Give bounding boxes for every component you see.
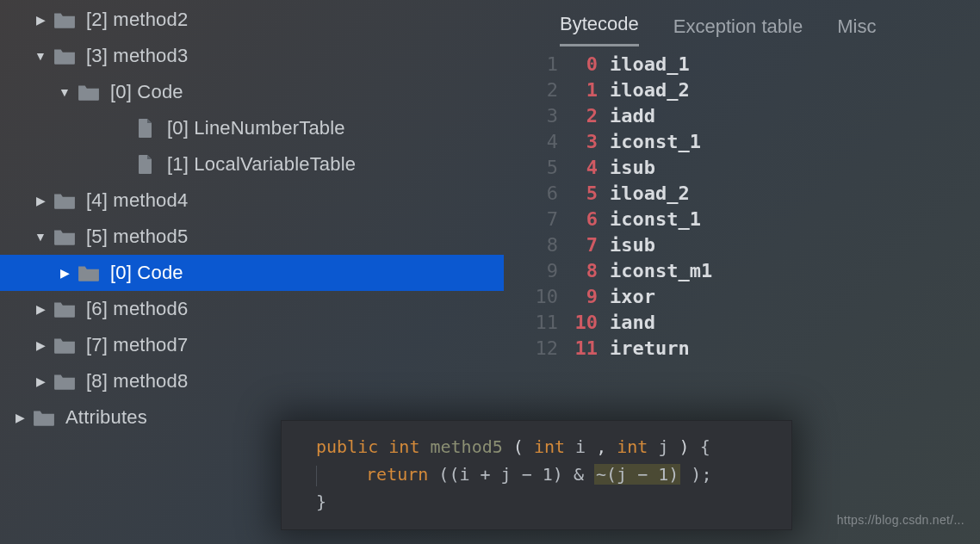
line-number: 11 xyxy=(524,310,558,336)
folder-icon xyxy=(76,79,102,105)
line-number: 9 xyxy=(524,258,558,284)
bytecode-row: 21iload_2 xyxy=(524,77,971,103)
right-panel: BytecodeException tableMisc 10iload_121i… xyxy=(524,7,971,362)
bytecode-offset: 10 xyxy=(558,310,598,336)
line-number: 5 xyxy=(524,155,558,181)
snippet-line-1: public int method5 ( int i , int j ) { xyxy=(316,433,767,461)
comma: , xyxy=(596,436,606,457)
bytecode-row: 65iload_2 xyxy=(524,181,971,207)
bytecode-offset: 6 xyxy=(558,207,598,232)
file-icon xyxy=(133,151,158,177)
chevron-down-icon[interactable]: ▼ xyxy=(53,85,76,99)
line-number: 12 xyxy=(524,336,558,362)
tree-row[interactable]: ▶[0] Code xyxy=(0,255,504,291)
folder-icon xyxy=(76,260,102,286)
bytecode-row: 1211ireturn xyxy=(524,336,971,362)
chevron-right-icon[interactable]: ▶ xyxy=(29,302,52,316)
tab-exception-table[interactable]: Exception table xyxy=(673,15,803,46)
tree-row[interactable]: ▼[0] Code xyxy=(0,74,504,110)
watermark: https://blog.csdn.net/... xyxy=(837,513,964,527)
chevron-right-icon[interactable]: ▶ xyxy=(29,338,52,352)
keyword-return: return xyxy=(366,464,428,485)
tree-label: Attributes xyxy=(65,406,147,429)
detail-tabs: BytecodeException tableMisc xyxy=(524,7,971,46)
tree-row[interactable]: ▶[1] LocalVariableTable xyxy=(0,146,504,182)
snippet-line-3: } xyxy=(316,488,767,516)
bytecode-instruction: iload_2 xyxy=(598,77,690,103)
tree-label: [2] method2 xyxy=(86,9,188,31)
tree-label: [4] method4 xyxy=(86,189,188,212)
chevron-down-icon[interactable]: ▼ xyxy=(29,49,52,63)
bytecode-offset: 5 xyxy=(558,181,598,207)
bytecode-row: 10iload_1 xyxy=(524,52,971,77)
bytecode-instruction: iconst_1 xyxy=(598,129,701,155)
type-int: int xyxy=(388,436,419,457)
bytecode-offset: 9 xyxy=(558,284,598,310)
folder-icon xyxy=(52,224,78,250)
tree-row[interactable]: ▶[0] LineNumberTable xyxy=(0,110,504,146)
bytecode-row: 109ixor xyxy=(524,284,971,310)
bytecode-row: 76iconst_1 xyxy=(524,207,971,232)
tab-bytecode[interactable]: Bytecode xyxy=(560,13,639,46)
tree-row[interactable]: ▶[4] method4 xyxy=(0,182,504,219)
bytecode-row: 87isub xyxy=(524,232,971,258)
tree-row[interactable]: ▶[8] method8 xyxy=(0,363,504,399)
method-name: method5 xyxy=(430,436,502,457)
line-number: 6 xyxy=(524,181,558,207)
tree-row[interactable]: ▶[6] method6 xyxy=(0,291,504,327)
bytecode-offset: 8 xyxy=(558,258,598,284)
brace-close: } xyxy=(316,491,326,512)
chevron-down-icon[interactable]: ▼ xyxy=(29,230,52,244)
keyword-public: public xyxy=(316,436,378,457)
tree-row[interactable]: ▶[7] method7 xyxy=(0,327,504,363)
bytecode-instruction: iconst_m1 xyxy=(598,258,712,284)
brace-open: { xyxy=(700,436,710,457)
chevron-right-icon[interactable]: ▶ xyxy=(29,194,52,207)
type-int-p2: int xyxy=(617,436,648,457)
line-number: 4 xyxy=(524,129,558,155)
app-root: ▶[2] method2▼[3] method3▼[0] Code▶[0] Li… xyxy=(0,0,980,544)
bytecode-offset: 0 xyxy=(558,52,598,77)
paren-open: ( xyxy=(513,436,524,457)
tree-label: [5] method5 xyxy=(86,226,188,248)
tree-label: [1] LocalVariableTable xyxy=(167,153,356,176)
line-number: 10 xyxy=(524,284,558,310)
type-int-p1: int xyxy=(534,436,565,457)
chevron-right-icon[interactable]: ▶ xyxy=(9,411,31,424)
bytecode-row: 98iconst_m1 xyxy=(524,258,971,284)
tab-misc[interactable]: Misc xyxy=(837,15,876,46)
paren-close: ) xyxy=(679,436,690,457)
expr-post: ); xyxy=(691,464,711,485)
bytecode-instruction: iload_2 xyxy=(598,181,690,207)
folder-icon xyxy=(52,43,78,69)
tree-row[interactable]: ▼[5] method5 xyxy=(0,219,504,255)
param-j: j xyxy=(658,436,668,457)
bytecode-instruction: isub xyxy=(598,155,655,181)
tree-label: [6] method6 xyxy=(86,298,188,320)
bytecode-row: 32iadd xyxy=(524,103,971,129)
source-snippet: public int method5 ( int i , int j ) { r… xyxy=(281,420,792,530)
chevron-right-icon[interactable]: ▶ xyxy=(29,374,52,388)
tree-row[interactable]: ▶[2] method2 xyxy=(0,2,504,38)
param-i: i xyxy=(575,436,596,457)
folder-icon xyxy=(52,296,78,322)
tree-label: [8] method8 xyxy=(86,370,188,393)
class-tree: ▶[2] method2▼[3] method3▼[0] Code▶[0] Li… xyxy=(0,0,504,436)
line-number: 8 xyxy=(524,232,558,258)
chevron-right-icon[interactable]: ▶ xyxy=(53,266,76,280)
chevron-right-icon[interactable]: ▶ xyxy=(29,13,52,27)
file-icon xyxy=(133,115,158,141)
line-number: 1 xyxy=(524,52,558,77)
bytecode-offset: 11 xyxy=(558,336,598,362)
folder-icon xyxy=(52,368,78,394)
folder-icon xyxy=(31,405,57,430)
tree-label: [0] LineNumberTable xyxy=(167,117,345,139)
bytecode-row: 1110iand xyxy=(524,310,971,336)
bytecode-row: 43iconst_1 xyxy=(524,129,971,155)
tree-label: [3] method3 xyxy=(86,45,188,67)
line-number: 7 xyxy=(524,207,558,232)
bytecode-offset: 2 xyxy=(558,103,598,129)
tree-row[interactable]: ▼[3] method3 xyxy=(0,38,504,74)
bytecode-listing: 10iload_121iload_232iadd43iconst_154isub… xyxy=(524,52,971,362)
bytecode-instruction: iand xyxy=(598,310,655,336)
